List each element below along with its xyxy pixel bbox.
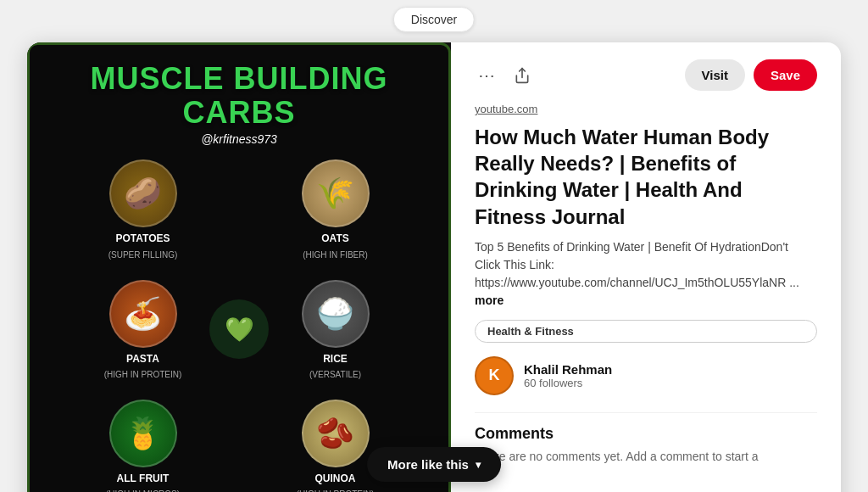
pin-description-text: Top 5 Benefits of Drinking Water | Benef… bbox=[475, 240, 799, 289]
food-item-oats: 🌾 OATS (HIGH IN FIBER) bbox=[256, 159, 415, 259]
food-item-rice: 🍚 RICE (VERSATILE) bbox=[256, 280, 415, 379]
pin-image-title-line2: CARBS bbox=[182, 96, 295, 130]
comments-section: Comments There are no comments yet. Add … bbox=[475, 412, 817, 463]
potatoes-circle: 🥔 bbox=[109, 159, 177, 227]
pin-username: @krfitness973 bbox=[201, 132, 277, 146]
save-button[interactable]: Save bbox=[754, 59, 817, 91]
food-item-fruit: 🍍 ALL FRUIT (HIGH IN MICROS) bbox=[64, 400, 222, 492]
rice-name: RICE bbox=[323, 353, 348, 365]
chevron-down-icon: ▾ bbox=[476, 459, 481, 471]
author-row: K Khalil Rehman 60 followers bbox=[475, 356, 817, 395]
more-like-this-label: More like this bbox=[387, 457, 469, 472]
top-actions-row: ⋯ Visit Save bbox=[475, 59, 817, 91]
potatoes-name: POTATOES bbox=[115, 232, 170, 244]
pin-image-title-line1: MUSCLE BUILDING bbox=[91, 62, 388, 96]
author-followers: 60 followers bbox=[524, 377, 612, 389]
quinoa-circle: 🫘 bbox=[302, 400, 370, 467]
author-avatar[interactable]: K bbox=[475, 356, 514, 395]
food-item-potatoes: 🥔 POTATOES (SUPER FILLING) bbox=[64, 159, 222, 259]
potatoes-desc: (SUPER FILLING) bbox=[108, 250, 178, 260]
quinoa-name: QUINOA bbox=[315, 472, 356, 484]
food-grid: 🥔 POTATOES (SUPER FILLING) 🌾 OATS (HIGH … bbox=[47, 159, 431, 492]
pin-modal: MUSCLE BUILDING CARBS @krfitness973 🥔 PO… bbox=[27, 42, 841, 492]
visit-button[interactable]: Visit bbox=[685, 59, 745, 91]
avatar-letter: K bbox=[489, 366, 500, 384]
source-link[interactable]: youtube.com bbox=[475, 103, 817, 115]
fruit-circle: 🍍 bbox=[109, 400, 177, 467]
no-comments-text: There are no comments yet. Add a comment… bbox=[475, 450, 817, 463]
pin-description: Top 5 Benefits of Drinking Water | Benef… bbox=[475, 238, 817, 310]
pin-image-panel: MUSCLE BUILDING CARBS @krfitness973 🥔 PO… bbox=[27, 42, 451, 492]
oats-circle: 🌾 bbox=[302, 159, 370, 227]
rice-circle: 🍚 bbox=[302, 280, 370, 348]
pasta-name: PASTA bbox=[126, 353, 159, 365]
pin-info-panel: ⋯ Visit Save youtube.com How Much Water … bbox=[451, 42, 841, 492]
pin-main-title: How Much Water Human Body Really Needs? … bbox=[475, 124, 817, 230]
oats-name: OATS bbox=[321, 232, 348, 244]
more-like-this-bar[interactable]: More like this ▾ bbox=[367, 447, 501, 482]
center-logo: 💚 bbox=[209, 299, 269, 359]
pasta-desc: (HIGH IN PROTEIN) bbox=[104, 370, 182, 379]
right-action-buttons: Visit Save bbox=[685, 59, 817, 91]
food-item-pasta: 🍝 PASTA (HIGH IN PROTEIN) bbox=[64, 280, 222, 379]
share-button[interactable] bbox=[510, 64, 534, 87]
pasta-circle: 🍝 bbox=[109, 280, 177, 348]
fruit-name: ALL FRUIT bbox=[117, 472, 170, 484]
discover-bar[interactable]: Discover bbox=[393, 7, 475, 32]
author-info: Khalil Rehman 60 followers bbox=[524, 362, 612, 389]
oats-desc: (HIGH IN FIBER) bbox=[303, 250, 368, 260]
author-name: Khalil Rehman bbox=[524, 362, 612, 377]
pin-image-content: MUSCLE BUILDING CARBS @krfitness973 🥔 PO… bbox=[27, 42, 451, 492]
tag-badge[interactable]: Health & Fitness bbox=[475, 320, 817, 343]
more-link[interactable]: more bbox=[475, 294, 504, 307]
rice-desc: (VERSATILE) bbox=[309, 370, 361, 379]
action-icons-group: ⋯ bbox=[475, 62, 534, 89]
comments-title: Comments bbox=[475, 425, 817, 443]
more-options-button[interactable]: ⋯ bbox=[475, 62, 498, 89]
